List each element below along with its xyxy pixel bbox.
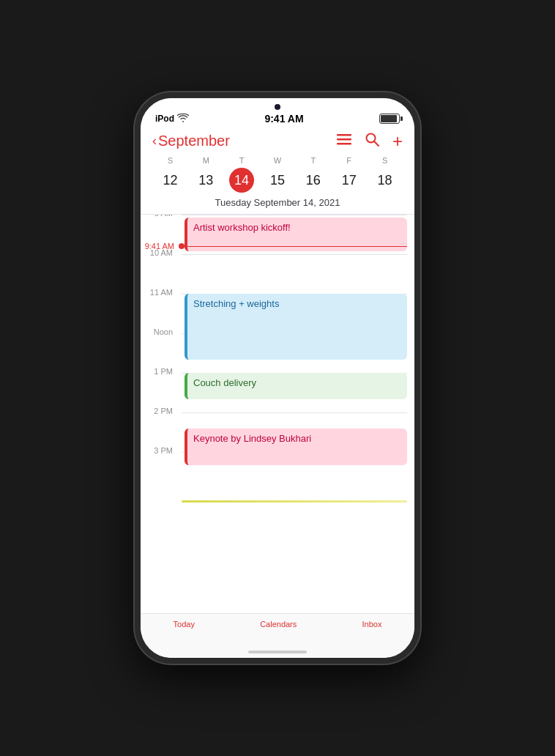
time-label-noon: Noon: [141, 327, 179, 336]
status-time: 9:41 AM: [264, 113, 303, 125]
day-label-w: W: [260, 156, 296, 165]
week-day-numbers: 12 13 14 15 16 17 18: [152, 168, 403, 193]
time-label-9am: 9 AM: [141, 215, 179, 218]
day-16[interactable]: 16: [295, 168, 331, 193]
time-label-11am: 11 AM: [141, 288, 179, 297]
current-time-line: [185, 246, 407, 247]
time-line-9am: [182, 215, 407, 215]
current-time-dot: [179, 243, 185, 249]
day-label-t1: T: [224, 156, 260, 165]
time-grid: 9 AM 10 AM 11 AM Noon: [141, 215, 414, 522]
svg-rect-2: [337, 143, 351, 145]
yellow-bar-decoration: [182, 500, 407, 503]
day-label-m: M: [188, 156, 224, 165]
day-18[interactable]: 18: [367, 168, 403, 193]
tab-today[interactable]: Today: [174, 620, 195, 629]
event-couch-delivery[interactable]: Couch delivery: [185, 373, 407, 399]
device-name: iPod: [155, 114, 174, 124]
time-line-2pm: [182, 412, 407, 413]
day-label-s1: S: [152, 156, 188, 165]
time-label-1pm: 1 PM: [141, 367, 179, 376]
tab-inbox-label: Inbox: [362, 620, 381, 629]
camera-bar: [141, 98, 414, 111]
selected-date-label: Tuesday September 14, 2021: [152, 197, 403, 208]
time-label-3pm: 3 PM: [141, 446, 179, 455]
event-title: Couch delivery: [193, 377, 256, 388]
event-title: Keynote by Lindsey Bukhari: [193, 433, 311, 444]
day-17[interactable]: 17: [331, 168, 367, 193]
battery-fill: [381, 115, 397, 122]
header-icons: +: [337, 132, 403, 150]
battery-icon: [379, 114, 400, 124]
svg-rect-0: [337, 134, 351, 136]
month-label: September: [158, 133, 230, 149]
tab-calendars[interactable]: Calendars: [260, 620, 297, 629]
calendar-scroll-area[interactable]: 9 AM 10 AM 11 AM Noon: [141, 215, 414, 613]
svg-line-4: [374, 141, 379, 146]
day-label-s2: S: [367, 156, 403, 165]
time-label-2pm: 2 PM: [141, 407, 179, 415]
header-top-row: ‹ September: [152, 132, 403, 150]
tab-inbox[interactable]: Inbox: [362, 620, 381, 629]
list-icon[interactable]: [337, 133, 351, 149]
back-month-button[interactable]: ‹ September: [152, 133, 230, 149]
day-13[interactable]: 13: [188, 168, 224, 193]
status-bar: iPod 9:41 AM: [141, 111, 414, 126]
tab-calendars-label: Calendars: [260, 620, 297, 629]
day-label-f: F: [331, 156, 367, 165]
day-14-today[interactable]: 14: [229, 168, 254, 193]
wifi-icon: [177, 114, 189, 125]
day-label-t2: T: [295, 156, 331, 165]
status-left: iPod: [155, 114, 189, 125]
current-time-row: 9:41 AM: [141, 242, 407, 251]
current-time-label: 9:41 AM: [141, 242, 179, 251]
tab-bar: Today Calendars Inbox: [141, 613, 414, 637]
status-right: [379, 114, 400, 124]
calendar-header: ‹ September: [141, 126, 414, 214]
event-stretching[interactable]: Stretching + weights: [185, 294, 407, 360]
event-keynote[interactable]: Keynote by Lindsey Bukhari: [185, 429, 407, 465]
home-bar: [248, 651, 307, 653]
svg-rect-1: [337, 138, 351, 141]
device-frame: iPod 9:41 AM: [135, 92, 420, 664]
search-icon[interactable]: [365, 132, 379, 150]
day-12[interactable]: 12: [152, 168, 188, 193]
week-day-labels: S M T W T F S: [152, 156, 403, 165]
day-15[interactable]: 15: [260, 168, 296, 193]
event-title: Stretching + weights: [193, 298, 279, 309]
event-title: Artist workshop kickoff!: [193, 222, 291, 233]
tab-today-label: Today: [174, 620, 195, 629]
time-row-10am: 10 AM: [141, 254, 414, 294]
add-event-icon[interactable]: +: [392, 133, 403, 150]
home-indicator: [141, 637, 414, 658]
camera-dot: [275, 104, 280, 110]
chevron-left-icon: ‹: [152, 133, 157, 149]
device-screen: iPod 9:41 AM: [141, 98, 414, 658]
time-line-10am: [182, 254, 407, 255]
calendar-app: ‹ September: [141, 126, 414, 658]
